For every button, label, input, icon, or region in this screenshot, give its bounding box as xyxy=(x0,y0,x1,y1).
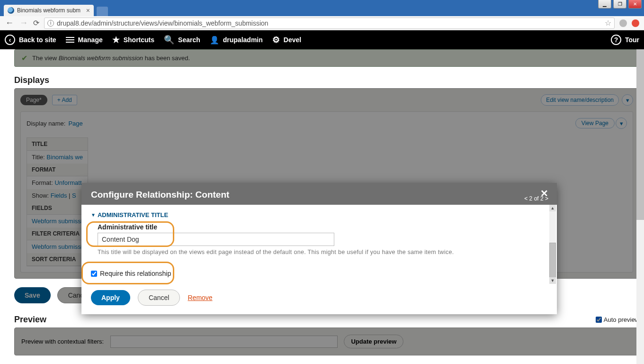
display-tab-page[interactable]: Page* xyxy=(20,95,47,105)
field-link[interactable]: Webform submissi xyxy=(32,218,82,225)
manage-label: Manage xyxy=(78,36,103,44)
window-minimize[interactable]: ▁ xyxy=(598,0,611,9)
browser-address-bar: ← → ⟳ i drupal8.dev/admin/structure/view… xyxy=(0,16,644,30)
configure-relationship-modal: Configure Relationship: Content ✕ < 2 of… xyxy=(81,183,557,314)
auto-preview-label: Auto preview xyxy=(604,316,639,323)
view-page-button[interactable]: View Page xyxy=(575,118,615,128)
tab-favicon xyxy=(8,7,14,14)
back-arrow-icon: ‹ xyxy=(5,35,15,45)
window-controls: ▁ ❐ ✕ xyxy=(598,0,642,9)
status-message: ✔ The view Binomials webform submission … xyxy=(14,49,639,67)
user-label: drupaladmin xyxy=(223,36,263,44)
devel-label: Devel xyxy=(284,36,301,44)
tour-button[interactable]: ? Tour xyxy=(611,35,639,45)
help-icon: ? xyxy=(611,35,621,45)
edit-view-name-button[interactable]: Edit view name/description xyxy=(541,94,619,106)
require-relationship-label: Require this relationship xyxy=(100,270,171,277)
auto-preview-checkbox[interactable] xyxy=(596,317,602,323)
filter-section-header: FILTER CRITERIA xyxy=(27,228,88,240)
browser-tab-bar: Binomials webform subm × xyxy=(0,4,644,16)
contextual-input[interactable] xyxy=(110,336,338,348)
reload-icon[interactable]: ⟳ xyxy=(33,18,39,27)
site-info-icon[interactable]: i xyxy=(47,20,54,27)
preview-box: Preview with contextual filters: Update … xyxy=(14,328,639,355)
admin-title-label: Administrative title xyxy=(98,223,547,231)
show-row: Show: Fields | S xyxy=(27,189,88,202)
shortcuts-label: Shortcuts xyxy=(124,36,154,44)
manage-menu[interactable]: Manage xyxy=(66,36,103,44)
url-input[interactable]: i drupal8.dev/admin/structure/views/view… xyxy=(44,18,615,29)
nav-forward-icon: → xyxy=(19,18,28,28)
nav-back-icon[interactable]: ← xyxy=(5,18,14,28)
format-section-header: FORMAT xyxy=(27,164,88,176)
filter-link[interactable]: Webform submissi xyxy=(32,243,82,250)
tour-label: Tour xyxy=(625,36,639,44)
bookmark-star-icon[interactable]: ☆ xyxy=(605,18,611,27)
back-to-site-label: Back to site xyxy=(19,36,56,44)
modal-body: ▼ ADMINISTRATIVE TITLE Administrative ti… xyxy=(81,205,557,284)
hamburger-icon xyxy=(66,37,74,43)
modal-footer: Apply Cancel Remove xyxy=(81,284,557,314)
browser-tab-active[interactable]: Binomials webform subm × xyxy=(4,5,94,16)
tab-title: Binomials webform subm xyxy=(17,7,80,14)
contextual-label: Preview with contextual filters: xyxy=(21,338,104,345)
admin-title-help: This title will be displayed on the view… xyxy=(98,249,547,255)
title-link[interactable]: Binomials we xyxy=(46,154,83,161)
fields-section-header: FIELDS xyxy=(27,202,88,215)
search-icon: 🔍 xyxy=(164,35,174,45)
require-relationship-checkbox[interactable] xyxy=(91,271,97,277)
modal-cancel-button[interactable]: Cancel xyxy=(138,290,180,306)
page-content: ✔ The view Binomials webform submission … xyxy=(0,49,644,364)
modal-scrollbar[interactable]: ▲ ▼ xyxy=(549,205,556,284)
extension-icon-1[interactable] xyxy=(619,19,627,27)
remove-link[interactable]: Remove xyxy=(188,294,212,301)
tab-close-icon[interactable]: × xyxy=(86,7,90,14)
edit-view-dropdown[interactable]: ▾ xyxy=(622,94,633,106)
status-text: The view Binomials webform submission ha… xyxy=(32,55,190,62)
page-scrollbar[interactable] xyxy=(636,49,644,364)
star-icon: ★ xyxy=(112,35,120,45)
window-restore[interactable]: ❐ xyxy=(613,0,626,9)
preview-heading: Preview Auto preview xyxy=(14,315,639,325)
scroll-up-icon[interactable]: ▲ xyxy=(549,205,556,211)
admin-title-section-toggle[interactable]: ▼ ADMINISTRATIVE TITLE xyxy=(91,211,547,218)
user-menu[interactable]: 👤 drupaladmin xyxy=(210,36,263,45)
shortcuts-menu[interactable]: ★ Shortcuts xyxy=(112,35,154,45)
displays-heading: Displays xyxy=(14,75,639,85)
page-scroll-thumb[interactable] xyxy=(636,49,644,220)
user-icon: 👤 xyxy=(210,36,219,45)
modal-title: Configure Relationship: Content xyxy=(91,190,547,200)
modal-header: Configure Relationship: Content ✕ < 2 of… xyxy=(81,183,557,205)
view-page-dropdown[interactable]: ▾ xyxy=(616,118,627,129)
format-link[interactable]: Unformatt xyxy=(54,179,81,186)
triangle-down-icon: ▼ xyxy=(91,212,96,218)
search-menu[interactable]: 🔍 Search xyxy=(164,35,200,45)
show-link[interactable]: Fields xyxy=(51,192,67,199)
title-section-header: TITLE xyxy=(27,138,88,151)
modal-pager[interactable]: < 2 of 2 > xyxy=(524,195,548,202)
add-display-button[interactable]: + Add xyxy=(52,95,77,105)
window-close[interactable]: ✕ xyxy=(628,0,642,9)
check-icon: ✔ xyxy=(21,54,27,63)
search-label: Search xyxy=(178,36,200,44)
display-name-value[interactable]: Page xyxy=(68,120,82,127)
sort-section-header: SORT CRITERIA xyxy=(27,253,88,266)
drupal-admin-toolbar: ‹ Back to site Manage ★ Shortcuts 🔍 Sear… xyxy=(0,30,644,49)
url-text: drupal8.dev/admin/structure/views/view/b… xyxy=(57,19,268,27)
chrome-frame-top xyxy=(0,0,644,4)
title-row: Title: Binomials we xyxy=(27,151,88,164)
update-preview-button[interactable]: Update preview xyxy=(344,335,403,348)
format-row: Format: Unformatt xyxy=(27,176,88,189)
apply-button[interactable]: Apply xyxy=(91,290,130,305)
gear-icon: ⚙ xyxy=(272,35,280,45)
scroll-down-icon[interactable]: ▼ xyxy=(549,277,556,284)
admin-title-input[interactable] xyxy=(98,233,334,246)
devel-menu[interactable]: ⚙ Devel xyxy=(272,35,301,45)
back-to-site[interactable]: ‹ Back to site xyxy=(5,35,56,45)
extension-icon-2[interactable] xyxy=(632,19,639,27)
save-button[interactable]: Save xyxy=(14,287,51,303)
new-tab-button[interactable] xyxy=(97,7,108,16)
display-name-label: Display name: xyxy=(27,120,65,127)
